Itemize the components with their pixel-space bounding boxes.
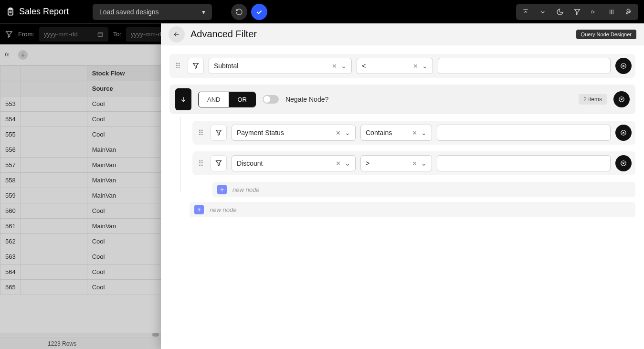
chevron-down-icon [539, 8, 547, 16]
field-select[interactable]: Subtotal ✕ ⌄ [209, 58, 352, 74]
or-button[interactable]: OR [229, 92, 255, 107]
row-number: 564 [0, 264, 21, 280]
chevron-down-icon: ⌄ [345, 159, 350, 167]
calendar-icon [97, 31, 104, 38]
row-count: 1223 Rows [48, 340, 76, 347]
filter-icon-box [211, 155, 227, 171]
rownum-header [0, 66, 21, 81]
cell-empty [21, 96, 87, 112]
drag-handle-icon[interactable]: ⠿ [196, 159, 206, 168]
value-input[interactable] [437, 125, 611, 141]
chevron-down-icon: ⌄ [345, 129, 350, 137]
chevron-down-icon: ⌄ [422, 62, 428, 70]
operator-value: Contains [366, 129, 392, 137]
filter-node-subtotal: ⠿ Subtotal ✕ ⌄ < ✕ ⌄ [169, 54, 635, 78]
rownum-header [0, 81, 21, 96]
operator-select[interactable]: < ✕ ⌄ [357, 58, 433, 74]
funnel-icon [5, 30, 13, 39]
row-number: 562 [0, 234, 21, 249]
row-number: 563 [0, 249, 21, 264]
logic-segment: AND OR [198, 92, 256, 107]
collapse-up-button[interactable] [517, 5, 534, 19]
cell-empty [21, 264, 87, 280]
row-number: 554 [0, 112, 21, 127]
close-icon [620, 129, 627, 136]
funnel-icon [215, 159, 222, 167]
delete-node-button[interactable] [615, 58, 632, 74]
chevron-down-icon: ⌄ [421, 159, 427, 167]
undo-button[interactable] [231, 4, 247, 20]
svg-rect-9 [98, 32, 102, 36]
row-number: 555 [0, 127, 21, 142]
cell-empty [21, 112, 87, 127]
plus-icon[interactable]: + [194, 205, 204, 214]
filter-icon-box [188, 58, 204, 74]
arrow-down-icon [179, 95, 187, 103]
add-nested-node-row[interactable]: + new node [212, 182, 635, 197]
delete-node-button[interactable] [615, 125, 632, 141]
collapse-group-button[interactable] [175, 88, 191, 110]
toolbar: fx [516, 4, 638, 20]
field-select[interactable]: Discount ✕ ⌄ [232, 155, 356, 171]
scrollbar-thumb[interactable] [152, 333, 159, 337]
filter-button[interactable] [569, 5, 586, 19]
topbar: Sales Report Load saved designs ▾ fx [0, 0, 644, 23]
close-icon [618, 96, 625, 103]
clear-icon[interactable]: ✕ [411, 63, 420, 70]
plus-icon[interactable]: + [217, 185, 227, 194]
delete-group-button[interactable] [613, 91, 630, 107]
operator-value: < [362, 62, 366, 70]
title-wrap: Sales Report [6, 7, 69, 17]
arrow-up-bar-icon [522, 8, 529, 16]
delete-node-button[interactable] [615, 155, 632, 171]
cell-empty [21, 219, 87, 234]
clear-icon[interactable]: ✕ [330, 63, 339, 70]
operator-select[interactable]: Contains ✕ ⌄ [360, 125, 432, 141]
clear-icon[interactable]: ✕ [334, 129, 343, 137]
clear-icon[interactable]: ✕ [410, 129, 419, 137]
back-button[interactable] [169, 26, 185, 42]
advanced-filter-panel: Advanced Filter Query Node Designer ⠿ Su… [161, 23, 644, 349]
add-formula-button[interactable]: + [18, 50, 28, 60]
columns-button[interactable] [603, 5, 620, 19]
settings-button[interactable] [620, 5, 637, 19]
cell-empty [21, 127, 87, 142]
drag-handle-icon[interactable]: ⠿ [173, 62, 183, 71]
clear-icon[interactable]: ✕ [410, 160, 419, 167]
chevron-down-icon: ⌄ [421, 129, 427, 137]
date-placeholder: yyyy-mm-dd [131, 31, 165, 38]
cell-empty [21, 158, 87, 173]
row-number: 556 [0, 142, 21, 158]
close-icon [620, 63, 627, 69]
formula-button[interactable]: fx [586, 5, 603, 19]
value-input[interactable] [438, 58, 611, 74]
cell-empty [21, 173, 87, 188]
cell-empty [21, 142, 87, 158]
drag-handle-icon[interactable]: ⠿ [196, 128, 206, 137]
from-date-input[interactable]: yyyy-mm-dd [39, 27, 108, 42]
new-node-label: new node [232, 186, 259, 193]
clear-icon[interactable]: ✕ [334, 160, 343, 167]
row-number: 558 [0, 173, 21, 188]
panel-body: ⠿ Subtotal ✕ ⌄ < ✕ ⌄ [161, 45, 644, 349]
from-label: From: [18, 31, 34, 38]
undo-icon [235, 8, 243, 16]
value-input[interactable] [437, 155, 611, 171]
page-title: Sales Report [19, 7, 69, 17]
funnel-icon [215, 129, 222, 137]
date-placeholder: yyyy-mm-dd [44, 31, 78, 38]
load-designs-dropdown[interactable]: Load saved designs ▾ [93, 4, 212, 20]
negate-label: Negate Node? [285, 95, 328, 103]
dark-mode-button[interactable] [551, 5, 569, 19]
empty-header [21, 81, 87, 96]
apply-button[interactable] [251, 4, 267, 20]
negate-toggle[interactable] [263, 95, 279, 104]
new-node-label: new node [210, 206, 236, 213]
and-button[interactable]: AND [199, 92, 229, 107]
operator-select[interactable]: > ✕ ⌄ [360, 155, 432, 171]
field-value: Subtotal [214, 62, 238, 70]
row-number: 560 [0, 203, 21, 219]
expand-down-button[interactable] [534, 5, 551, 19]
add-node-row[interactable]: + new node [190, 202, 635, 217]
field-select[interactable]: Payment Status ✕ ⌄ [232, 125, 356, 141]
